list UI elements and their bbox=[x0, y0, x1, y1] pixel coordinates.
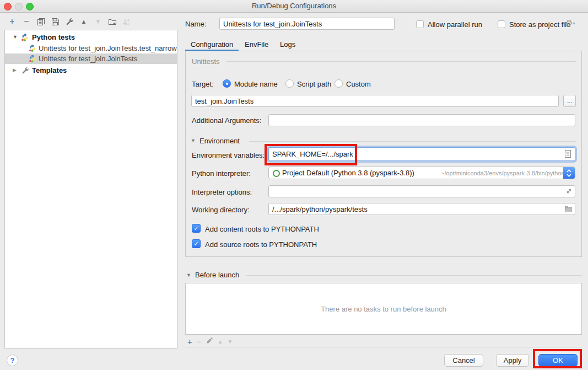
before-launch-bottom-border bbox=[185, 347, 582, 347]
move-task-up-button[interactable]: ▲ bbox=[218, 339, 223, 345]
edit-task-button[interactable] bbox=[206, 337, 213, 346]
python-interpreter-value: Project Default (Python 3.8 (pyspark-3.8… bbox=[282, 169, 414, 177]
copy-icon bbox=[37, 18, 45, 26]
add-source-roots-checkbox[interactable]: ✓ bbox=[192, 239, 201, 248]
environment-section-title: Environment bbox=[199, 137, 240, 145]
add-source-roots-label: Add source roots to PYTHONPATH bbox=[205, 240, 317, 249]
new-folder-icon bbox=[108, 18, 117, 26]
python-interpreter-path: ~/opt/miniconda3/envs/pyspark-3.8/bin/py… bbox=[441, 170, 565, 176]
before-launch-tasks-list[interactable]: There are no tasks to run before launch bbox=[185, 283, 582, 335]
save-configuration-button[interactable] bbox=[51, 17, 60, 26]
wrench-icon bbox=[66, 18, 74, 26]
svg-text:a: a bbox=[127, 18, 130, 22]
tree-item-python-tests[interactable]: ▼ Python tests bbox=[5, 32, 177, 42]
name-label: Name: bbox=[185, 20, 206, 28]
allow-parallel-run-label: Allow parallel run bbox=[428, 20, 482, 29]
tree-item-templates[interactable]: ▶ Templates bbox=[5, 65, 177, 76]
store-as-project-file-label: Store as project file bbox=[509, 20, 570, 29]
working-directory-input[interactable] bbox=[268, 203, 575, 215]
tab-envfile[interactable]: EnvFile bbox=[245, 39, 268, 51]
working-directory-label: Working directory: bbox=[192, 206, 250, 214]
python-test-icon bbox=[29, 44, 36, 53]
interpreter-options-input[interactable] bbox=[268, 185, 575, 197]
tree-item-unittests-jointests-selected[interactable]: Unittests for test_join.JoinTests bbox=[5, 53, 177, 64]
configurations-tree: ▼ Python tests Unittests for test_join.J… bbox=[4, 30, 177, 348]
before-launch-toolbar: + − ▲ ▼ bbox=[187, 336, 233, 346]
target-script-path-label: Script path bbox=[297, 80, 331, 88]
python-tests-icon bbox=[21, 33, 29, 42]
add-task-button[interactable]: + bbox=[187, 337, 192, 346]
unittests-section-separator bbox=[226, 61, 576, 62]
interpreter-dropdown-spinner[interactable] bbox=[563, 167, 575, 179]
browse-folder-icon[interactable] bbox=[564, 205, 573, 214]
edit-templates-button[interactable] bbox=[65, 17, 74, 26]
edit-environment-variables-icon[interactable] bbox=[564, 149, 571, 160]
additional-arguments-input[interactable] bbox=[268, 114, 575, 126]
window-title: Run/Debug Configurations bbox=[0, 0, 588, 12]
environment-variables-label: Environment variables: bbox=[192, 151, 265, 159]
target-label: Target: bbox=[192, 80, 214, 88]
before-launch-separator bbox=[246, 275, 582, 276]
checkmark-icon: ✓ bbox=[193, 225, 198, 232]
python-interpreter-label: Python interpreter: bbox=[192, 169, 251, 178]
question-icon: ? bbox=[10, 356, 15, 364]
ok-button[interactable]: OK bbox=[538, 354, 578, 367]
plus-icon: + bbox=[9, 17, 14, 26]
environment-collapse-icon[interactable]: ▼ bbox=[191, 138, 196, 143]
expand-collapse-icon[interactable]: ▼ bbox=[13, 32, 18, 42]
down-arrow-icon: ▼ bbox=[95, 18, 101, 25]
save-icon bbox=[51, 18, 60, 26]
before-launch-collapse-icon[interactable]: ▼ bbox=[186, 272, 191, 278]
environment-variables-input[interactable] bbox=[268, 147, 575, 161]
configurations-toolbar: + − ▲ ▼ az bbox=[8, 17, 131, 26]
sort-configurations-button[interactable]: az bbox=[122, 17, 131, 26]
target-module-name-radio[interactable] bbox=[223, 79, 231, 88]
allow-parallel-run-checkbox[interactable] bbox=[416, 20, 424, 28]
move-task-down-button[interactable]: ▼ bbox=[227, 339, 233, 345]
help-button[interactable]: ? bbox=[7, 355, 18, 366]
tree-item-unittests-narrow[interactable]: Unittests for test_join.JoinTests.test_n… bbox=[5, 43, 177, 53]
remove-task-button[interactable]: − bbox=[197, 337, 202, 346]
name-input[interactable] bbox=[219, 18, 395, 30]
unittests-section-title: Unittests bbox=[192, 57, 220, 66]
target-custom-radio[interactable] bbox=[335, 79, 343, 88]
target-module-name-label: Module name bbox=[234, 80, 278, 88]
apply-button[interactable]: Apply bbox=[496, 354, 529, 367]
interpreter-options-label: Interpreter options: bbox=[192, 188, 252, 196]
remove-configuration-button[interactable]: − bbox=[22, 17, 31, 26]
title-bar: Run/Debug Configurations bbox=[0, 0, 588, 13]
module-name-input[interactable] bbox=[191, 95, 559, 107]
svg-text:z: z bbox=[127, 22, 129, 25]
tree-item-label: Unittests for test_join.JoinTests bbox=[39, 53, 137, 64]
checkmark-icon: ✓ bbox=[193, 240, 198, 247]
expand-field-icon[interactable] bbox=[565, 187, 573, 196]
cancel-button[interactable]: Cancel bbox=[444, 354, 483, 367]
store-settings-gear-icon[interactable]: ⚙▾ bbox=[565, 18, 575, 28]
sort-alphabetically-icon: az bbox=[123, 18, 131, 26]
conda-environment-icon bbox=[273, 170, 280, 177]
target-custom-label: Custom bbox=[346, 80, 371, 88]
additional-arguments-label: Additional Arguments: bbox=[192, 116, 261, 125]
create-folder-button[interactable] bbox=[108, 17, 117, 26]
tab-configuration[interactable]: Configuration bbox=[191, 39, 233, 51]
minus-icon: − bbox=[24, 17, 29, 26]
store-as-project-file-checkbox[interactable] bbox=[498, 20, 505, 28]
add-content-roots-checkbox[interactable]: ✓ bbox=[192, 224, 201, 233]
target-script-path-radio[interactable] bbox=[285, 79, 294, 88]
copy-configuration-button[interactable] bbox=[36, 17, 45, 26]
add-content-roots-label: Add content roots to PYTHONPATH bbox=[205, 225, 319, 233]
environment-section-separator bbox=[249, 141, 576, 142]
tab-logs[interactable]: Logs bbox=[280, 39, 295, 51]
move-up-button[interactable]: ▲ bbox=[79, 17, 88, 26]
templates-wrench-icon bbox=[21, 67, 29, 76]
expand-collapse-icon[interactable]: ▶ bbox=[13, 65, 17, 76]
move-down-button[interactable]: ▼ bbox=[94, 17, 103, 26]
python-interpreter-select[interactable]: Project Default (Python 3.8 (pyspark-3.8… bbox=[268, 167, 575, 179]
add-configuration-button[interactable]: + bbox=[8, 17, 17, 26]
no-tasks-message: There are no tasks to run before launch bbox=[321, 305, 446, 313]
browse-module-button[interactable]: ... bbox=[563, 95, 576, 107]
python-test-icon bbox=[29, 55, 36, 64]
run-debug-configurations-dialog: Run/Debug Configurations + − ▲ ▼ az ▼ Py bbox=[0, 0, 588, 370]
tree-item-label: Templates bbox=[32, 65, 67, 76]
tree-item-label: Python tests bbox=[32, 32, 75, 42]
